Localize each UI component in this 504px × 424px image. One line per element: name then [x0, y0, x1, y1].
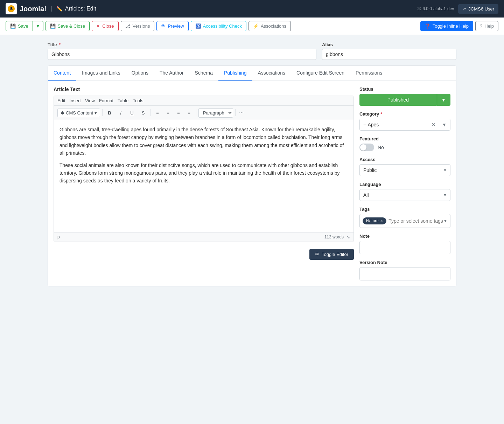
title-input[interactable] — [48, 49, 316, 60]
tags-dropdown-button[interactable]: ▼ — [443, 219, 447, 223]
category-dropdown-button[interactable]: ▼ — [439, 119, 450, 130]
tab-options[interactable]: Options — [126, 66, 154, 81]
align-right-button[interactable]: ≡ — [174, 108, 183, 118]
main-content: Title * Alias Content Images and Links O… — [42, 35, 462, 293]
featured-row: No — [359, 144, 450, 151]
help-label: Help — [484, 23, 494, 29]
user-button[interactable]: ↗ JCMS6 User — [458, 4, 498, 14]
status-value: Published — [387, 97, 409, 103]
menu-edit[interactable]: Edit — [57, 98, 65, 103]
editor-menubar: Edit Insert View Format Table Tools — [54, 96, 354, 106]
tag-nature-remove[interactable]: × — [380, 218, 383, 223]
alias-input[interactable] — [322, 49, 456, 60]
menu-tools[interactable]: Tools — [133, 98, 143, 103]
toolbar: 💾 Save ▼ 💾 Save & Close ✕ Close ⎇ Versio… — [0, 18, 504, 35]
associations-label: Associations — [261, 23, 286, 29]
align-center-button[interactable]: ≡ — [163, 108, 173, 118]
menu-insert[interactable]: Insert — [69, 98, 81, 103]
align-justify-button[interactable]: ≡ — [184, 108, 194, 118]
title-label: Title * — [48, 42, 316, 47]
category-wrapper[interactable]: -- Apes ✕ ▼ — [359, 119, 450, 131]
italic-button[interactable]: I — [116, 108, 126, 118]
toolbar-more-button[interactable]: ··· — [238, 110, 245, 116]
version-badge: ⌘ 6.0.0-alpha1-dev — [417, 6, 454, 11]
toggle-editor-icon: 👁 — [315, 252, 320, 257]
save-close-button[interactable]: 💾 Save & Close — [46, 21, 90, 31]
preview-label: Preview — [168, 23, 184, 29]
editor-area: Article Text Edit Insert View Format Tab… — [54, 86, 354, 280]
featured-value: No — [378, 145, 384, 150]
strikethrough-button[interactable]: S — [138, 108, 148, 118]
toggle-knob — [360, 144, 366, 151]
tab-permissions[interactable]: Permissions — [350, 66, 388, 81]
accessibility-check-button[interactable]: ♿ Accessibility Check — [191, 21, 246, 31]
status-dropdown-button[interactable]: ▼ — [437, 94, 450, 106]
external-link-icon: ↗ — [462, 6, 466, 12]
tags-input[interactable] — [388, 218, 447, 224]
version-note-input[interactable] — [359, 267, 450, 280]
note-input[interactable] — [359, 241, 450, 254]
status-button[interactable]: Published — [359, 94, 437, 106]
tags-label: Tags — [359, 207, 450, 212]
toggle-editor-button[interactable]: 👁 Toggle Editor — [309, 249, 354, 260]
editor-wrapper: Edit Insert View Format Table Tools ✱ CM… — [54, 96, 354, 242]
save-button[interactable]: 💾 Save — [6, 21, 33, 31]
menu-table[interactable]: Table — [118, 98, 128, 103]
nav-divider: | — [51, 6, 52, 12]
featured-field: Featured No — [359, 136, 450, 151]
access-select[interactable]: Public Guest Registered Special Super Us… — [359, 164, 450, 176]
save-close-icon: 💾 — [50, 23, 56, 29]
alias-label: Alias — [322, 42, 456, 47]
cms-content-button[interactable]: ✱ CMS Content ▾ — [57, 109, 100, 117]
save-label: Save — [18, 23, 28, 29]
bold-button[interactable]: B — [105, 108, 114, 118]
status-group: Published ▼ — [359, 94, 450, 106]
featured-label: Featured — [359, 136, 450, 141]
tab-the-author[interactable]: The Author — [154, 66, 189, 81]
category-label: Category * — [359, 111, 450, 117]
tab-images-links[interactable]: Images and Links — [76, 66, 126, 81]
cms-content-label: CMS Content — [66, 110, 93, 116]
note-field: Note — [359, 234, 450, 254]
title-field-group: Title * — [48, 42, 316, 60]
access-label: Access — [359, 157, 450, 162]
close-label: Close — [102, 23, 114, 29]
tab-publishing[interactable]: Publishing — [218, 66, 252, 81]
associations-button[interactable]: ⚡ Associations — [248, 21, 291, 31]
category-field: Category * -- Apes ✕ ▼ — [359, 111, 450, 131]
menu-format[interactable]: Format — [99, 98, 113, 103]
align-left-button[interactable]: ≡ — [153, 108, 162, 118]
tab-associations[interactable]: Associations — [252, 66, 291, 81]
close-button[interactable]: ✕ Close — [92, 21, 118, 31]
paragraph-select[interactable]: Paragraph Heading 1 Heading 2 Heading 3 — [198, 108, 233, 118]
category-clear-button[interactable]: ✕ — [429, 119, 439, 130]
language-select[interactable]: All English (UK) English (US) — [359, 189, 450, 201]
tab-configure-edit-screen[interactable]: Configure Edit Screen — [291, 66, 350, 81]
editor-body[interactable]: Gibbons are small, tree-dwelling apes fo… — [54, 120, 354, 232]
article-paragraph-1: Gibbons are small, tree-dwelling apes fo… — [59, 126, 348, 157]
toggle-inline-help-button[interactable]: ❓ Toggle Inline Help — [420, 21, 473, 31]
preview-button[interactable]: 👁 Preview — [156, 21, 188, 31]
help-button[interactable]: ? Help — [475, 21, 498, 31]
save-dropdown-button[interactable]: ▼ — [33, 21, 43, 31]
topbar-left: Joomla! | Articles: Edit — [6, 3, 96, 14]
article-paragraph-2: These social animals are also known for … — [59, 161, 348, 185]
versions-button[interactable]: ⎇ Versions — [121, 21, 155, 31]
tab-schema[interactable]: Schema — [189, 66, 218, 81]
save-close-label: Save & Close — [58, 23, 85, 29]
access-select-wrapper: Public Guest Registered Special Super Us… — [359, 164, 450, 176]
menu-view[interactable]: View — [85, 98, 95, 103]
underline-button[interactable]: U — [127, 108, 137, 118]
tags-wrapper[interactable]: Nature × ▼ — [359, 214, 450, 228]
toolbar-divider-4 — [235, 109, 236, 116]
versions-icon: ⎇ — [125, 23, 131, 29]
title-alias-row: Title * Alias — [48, 42, 456, 60]
alias-field-group: Alias — [322, 42, 456, 60]
save-icon: 💾 — [10, 23, 16, 29]
tab-content[interactable]: Content — [48, 66, 76, 81]
featured-toggle[interactable] — [359, 144, 374, 151]
versions-label: Versions — [133, 23, 150, 29]
cms-content-chevron: ▾ — [94, 110, 97, 116]
language-field: Language All English (UK) English (US) — [359, 182, 450, 201]
close-icon: ✕ — [96, 23, 100, 29]
